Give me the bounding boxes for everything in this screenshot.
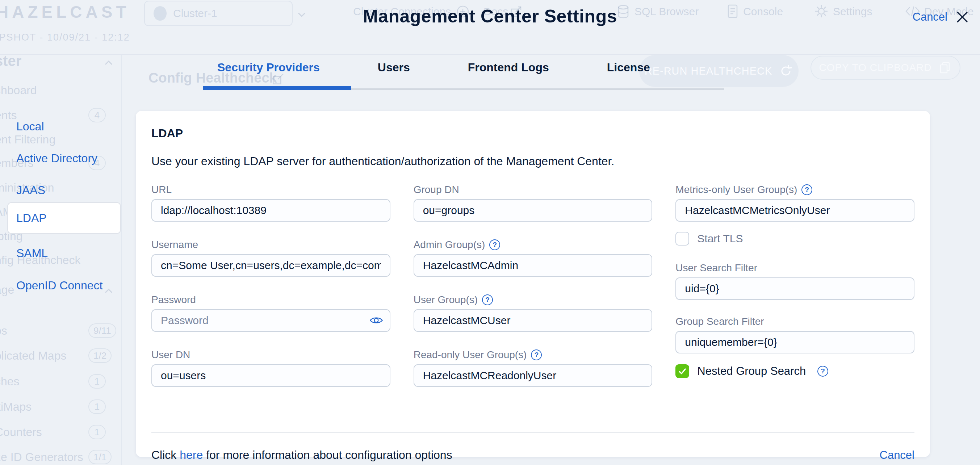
user-dn-label: User DN xyxy=(151,349,190,361)
start-tls-row: Start TLS xyxy=(675,232,915,245)
start-tls-label: Start TLS xyxy=(697,232,743,245)
settings-tabs: Security Providers Users Frontend Logs L… xyxy=(203,61,665,74)
cancel-link-bottom[interactable]: Cancel xyxy=(880,449,915,462)
help-icon[interactable]: ? xyxy=(802,184,812,195)
modal-cancel-area: Cancel xyxy=(913,10,970,25)
tab-license[interactable]: License xyxy=(592,61,665,74)
user-groups-field: User Group(s)? xyxy=(414,294,652,332)
user-groups-input[interactable] xyxy=(414,309,652,332)
user-search-filter-input[interactable] xyxy=(675,277,915,300)
page-title: Management Center Settings xyxy=(0,6,980,27)
username-label: Username xyxy=(151,239,198,251)
help-icon[interactable]: ? xyxy=(482,295,493,305)
nested-group-search-label: Nested Group Search xyxy=(697,365,806,378)
footer-suffix: for more information about configuration… xyxy=(203,448,452,461)
close-icon[interactable] xyxy=(955,10,970,25)
admin-groups-input[interactable] xyxy=(414,254,652,277)
active-tab-underline xyxy=(203,86,351,90)
start-tls-checkbox[interactable] xyxy=(675,232,689,245)
sidebar-item-ldap[interactable]: LDAP xyxy=(7,202,121,234)
tab-security-providers[interactable]: Security Providers xyxy=(203,61,334,74)
group-search-filter-input[interactable] xyxy=(675,331,915,354)
user-dn-input[interactable] xyxy=(151,364,390,387)
nested-group-search-checkbox[interactable] xyxy=(675,364,689,378)
help-icon[interactable]: ? xyxy=(818,366,828,377)
tab-users[interactable]: Users xyxy=(363,61,425,74)
group-dn-label: Group DN xyxy=(414,184,459,196)
readonly-groups-field: Read-only User Group(s)? xyxy=(414,349,652,387)
sidebar-item-local[interactable]: Local xyxy=(16,120,44,133)
group-dn-field: Group DN xyxy=(414,184,652,221)
group-search-filter-field: Group Search Filter xyxy=(675,316,915,354)
password-field: Password xyxy=(151,294,390,332)
password-label: Password xyxy=(151,294,196,306)
readonly-groups-input[interactable] xyxy=(414,364,652,387)
nested-group-search-row: Nested Group Search ? xyxy=(675,364,915,378)
tab-frontend-logs[interactable]: Frontend Logs xyxy=(453,61,563,74)
help-icon[interactable]: ? xyxy=(489,239,500,250)
sidebar-item-jaas[interactable]: JAAS xyxy=(16,184,45,197)
panel-description: Use your existing LDAP server for authen… xyxy=(151,154,915,168)
panel-heading: LDAP xyxy=(151,127,915,140)
readonly-groups-label: Read-only User Group(s) xyxy=(414,349,527,361)
password-input[interactable] xyxy=(151,309,390,332)
url-input[interactable] xyxy=(151,199,390,221)
card-divider xyxy=(151,432,915,433)
metrics-groups-field: Metrics-only User Group(s)? xyxy=(675,184,915,221)
group-search-filter-label: Group Search Filter xyxy=(675,316,764,327)
url-label: URL xyxy=(151,184,172,196)
username-input[interactable] xyxy=(151,254,390,277)
metrics-groups-label: Metrics-only User Group(s) xyxy=(675,184,797,196)
footer-prefix: Click xyxy=(151,448,180,461)
footer-info-text: Click here for more information about co… xyxy=(151,448,452,462)
user-groups-label: User Group(s) xyxy=(414,294,478,306)
sidebar-item-active-directory[interactable]: Active Directory xyxy=(16,152,97,165)
form-column-1: URL Username Password xyxy=(151,184,390,404)
show-password-eye-icon[interactable] xyxy=(369,315,383,325)
sidebar-item-saml[interactable]: SAML xyxy=(16,247,48,260)
cancel-link-top[interactable]: Cancel xyxy=(913,11,948,24)
admin-groups-field: Admin Group(s)? xyxy=(414,239,652,277)
form-column-2: Group DN Admin Group(s)? User Group(s)? … xyxy=(414,184,652,404)
sidebar-item-openid-connect[interactable]: OpenID Connect xyxy=(16,279,102,292)
ldap-form: URL Username Password xyxy=(151,184,915,404)
sidebar-item-ldap-label: LDAP xyxy=(16,212,47,225)
group-dn-input[interactable] xyxy=(414,199,652,221)
card-footer: Click here for more information about co… xyxy=(151,448,915,462)
check-icon xyxy=(677,366,687,376)
user-dn-field: User DN xyxy=(151,349,390,387)
metrics-groups-input[interactable] xyxy=(675,199,915,221)
management-center-settings-screen: { "colors": { "accent_blue": "#2365cd", … xyxy=(0,0,980,465)
settings-modal: Management Center Settings Cancel Securi… xyxy=(0,0,980,465)
here-link[interactable]: here xyxy=(180,448,203,461)
user-search-filter-field: User Search Filter xyxy=(675,262,915,300)
help-icon[interactable]: ? xyxy=(531,349,542,360)
ldap-panel: LDAP Use your existing LDAP server for a… xyxy=(136,111,930,457)
admin-groups-label: Admin Group(s) xyxy=(414,239,485,251)
username-field: Username xyxy=(151,239,390,277)
url-field: URL xyxy=(151,184,390,221)
form-column-3: Metrics-only User Group(s)? Start TLS Us… xyxy=(675,184,915,404)
user-search-filter-label: User Search Filter xyxy=(675,262,757,274)
